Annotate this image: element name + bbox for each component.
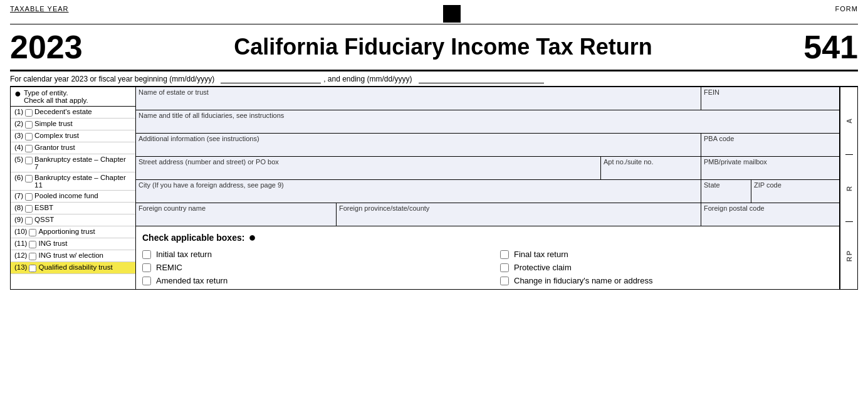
checkbox-remic[interactable] [142, 263, 151, 272]
apt-input[interactable] [601, 166, 701, 179]
name-fein-row: Name of estate or trust FEIN [136, 87, 839, 110]
margin-r-label: R [845, 182, 853, 194]
entity-item-13: (13)Qualified disability trust [11, 262, 135, 274]
additional-info-field: Additional information (see instructions… [136, 134, 701, 156]
foreign-province-field: Foreign province/state/county [337, 203, 701, 226]
checkbox-label-protective: Protective claim [514, 263, 572, 272]
entity-label-2: Complex trust [34, 132, 79, 139]
name-of-trust-input[interactable] [136, 96, 701, 110]
foreign-postal-input[interactable] [701, 212, 839, 226]
entity-label-11: ING trust w/ election [38, 251, 103, 259]
check-boxes-section: Check applicable boxes: ● Initial tax re… [136, 226, 839, 289]
entity-checkbox-9[interactable] [29, 229, 36, 236]
entity-label-10: ING trust [38, 240, 67, 247]
pmb-label: PMB/private mailbox [701, 157, 839, 166]
entity-checkbox-10[interactable] [29, 241, 36, 248]
entity-header-line2: Check all that apply. [24, 97, 88, 104]
state-input[interactable] [701, 189, 751, 203]
foreign-province-label: Foreign province/state/county [337, 203, 701, 212]
checkbox-amended[interactable] [142, 277, 151, 285]
check-header-text: Check applicable boxes: [142, 233, 244, 243]
entity-checkbox-3[interactable] [25, 145, 33, 152]
entity-checkbox-5[interactable] [25, 175, 33, 182]
zip-input[interactable] [751, 189, 839, 203]
fields-column: Name of estate or trust FEIN Name and ti… [136, 87, 840, 289]
check-box-right-2: Change in fiduciary's name or address [500, 276, 833, 285]
entity-checkbox-1[interactable] [25, 121, 33, 129]
entity-label-5: Bankruptcy estate – Chapter 11 [34, 174, 132, 189]
entity-label-9: Apportioning trust [38, 228, 95, 235]
fiduciaries-input[interactable] [136, 119, 839, 133]
pba-field: PBA code [701, 134, 839, 156]
fiscal-year-end-blank[interactable] [419, 74, 544, 83]
entity-item-11: (11)ING trust [11, 238, 135, 250]
foreign-postal-field: Foreign postal code [701, 203, 839, 226]
fein-input[interactable] [701, 96, 839, 110]
city-input[interactable] [136, 189, 701, 203]
taxable-year-row: TAXABLE YEAR FORM [10, 5, 858, 24]
entity-checkbox-4[interactable] [25, 157, 33, 164]
foreign-country-label: Foreign country name [136, 203, 336, 212]
fiduciaries-label: Name and title of all fiduciaries, see i… [136, 110, 839, 119]
fein-label: FEIN [701, 87, 839, 96]
pmb-input[interactable] [701, 166, 839, 179]
addl-info-row: Additional information (see instructions… [136, 134, 839, 157]
entity-label-3: Grantor trust [34, 144, 75, 151]
entity-checkbox-6[interactable] [25, 193, 33, 201]
bullet-icon: ● [14, 88, 21, 99]
state-field: State [701, 180, 751, 203]
entity-checkbox-8[interactable] [25, 217, 33, 224]
entity-checkbox-11[interactable] [29, 253, 36, 260]
entity-item-10: (10)Apportioning trust [11, 226, 135, 238]
foreign-country-input[interactable] [136, 212, 336, 226]
checkbox-label-fiduciary_change: Change in fiduciary's name or address [514, 276, 652, 285]
page: TAXABLE YEAR FORM 2023 California Fiduci… [0, 0, 868, 295]
foreign-province-input[interactable] [337, 212, 701, 226]
entity-items-list: (1)Decedent's estate(2)Simple trust(3)Co… [11, 107, 135, 274]
entity-item-2: (2)Simple trust [11, 119, 135, 130]
entity-num-0: (1) [14, 108, 23, 115]
state-label: State [701, 180, 751, 189]
form-label: FORM [835, 5, 858, 13]
entity-item-8: (8)ESBT [11, 203, 135, 214]
city-label: City (If you have a foreign address, see… [136, 180, 701, 189]
entity-num-12: (13) [14, 263, 27, 271]
entity-checkbox-7[interactable] [25, 205, 33, 213]
entity-checkbox-12[interactable] [29, 265, 36, 272]
checkbox-initial[interactable] [142, 250, 151, 259]
title-row: 2023 California Fiduciary Income Tax Ret… [10, 26, 858, 71]
zip-label: ZIP code [751, 180, 839, 189]
black-square-icon [443, 5, 461, 23]
pba-input[interactable] [701, 142, 839, 156]
entity-type-column: ● Type of entity. Check all that apply. … [11, 87, 136, 289]
name-of-trust-field: Name of estate or trust [136, 87, 701, 110]
entity-label-12: Qualified disability trust [38, 263, 112, 271]
checkbox-fiduciary_change[interactable] [500, 277, 509, 285]
check-box-left-1: REMIC [142, 263, 475, 272]
check-box-left-0: Initial tax return [142, 250, 475, 259]
entity-label-4: Bankruptcy estate – Chapter 7 [34, 156, 132, 171]
entity-header-line1: Type of entity. [24, 89, 88, 97]
checkbox-protective[interactable] [500, 263, 509, 272]
margin-a-label: A [845, 115, 853, 126]
address-row: Street address (number and street) or PO… [136, 157, 839, 180]
margin-r: R [845, 155, 853, 223]
check-section-header: Check applicable boxes: ● [142, 230, 833, 245]
entity-num-4: (5) [14, 156, 23, 163]
street-input[interactable] [136, 166, 600, 179]
check-box-right-1: Protective claim [500, 263, 833, 272]
entity-num-9: (10) [14, 228, 27, 235]
foreign-row: Foreign country name Foreign province/st… [136, 203, 839, 226]
header-center [443, 5, 461, 23]
additional-info-label: Additional information (see instructions… [136, 134, 701, 142]
fiscal-year-start-blank[interactable] [221, 74, 321, 83]
foreign-country-field: Foreign country name [136, 203, 337, 226]
additional-info-input[interactable] [136, 142, 701, 156]
checkbox-final[interactable] [500, 250, 509, 259]
entity-header: ● Type of entity. Check all that apply. [11, 87, 135, 107]
checkbox-label-amended: Amended tax return [156, 276, 227, 285]
entity-checkbox-2[interactable] [25, 133, 33, 140]
margin-rp: RP [845, 222, 853, 289]
street-field: Street address (number and street) or PO… [136, 157, 601, 179]
entity-checkbox-0[interactable] [25, 109, 33, 117]
